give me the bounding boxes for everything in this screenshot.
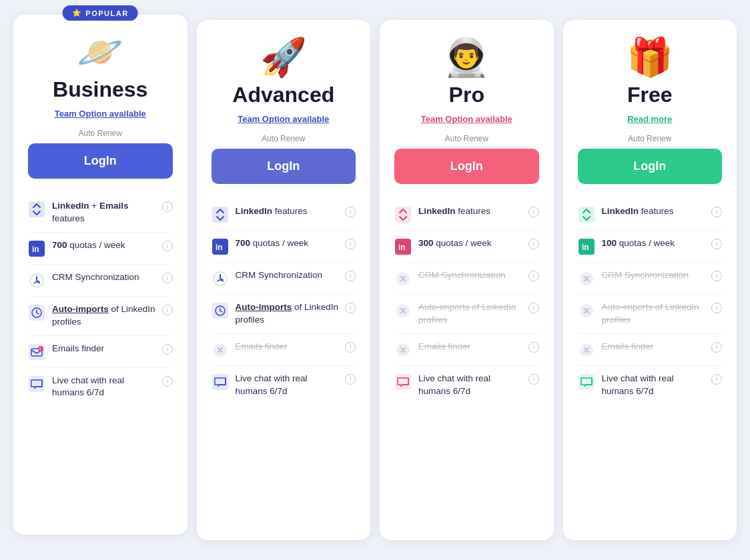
- team-option-link-business[interactable]: Team Option available: [55, 109, 146, 119]
- info-icon[interactable]: i: [528, 207, 539, 217]
- info-icon[interactable]: i: [345, 374, 356, 385]
- plan-card-advanced: 🚀Advanced Team Option available Auto Ren…: [197, 20, 371, 540]
- features-list-business: LinkedIn + Emails features i in 700 quot…: [28, 193, 173, 406]
- feature-item: LinkedIn features i: [212, 199, 356, 231]
- feature-item: Emails finder i: [578, 334, 723, 366]
- info-icon[interactable]: i: [528, 342, 539, 353]
- star-icon: ⭐: [72, 9, 83, 17]
- feature-item: CRM Synchronization i: [394, 263, 539, 295]
- login-button-advanced[interactable]: LogIn: [212, 149, 356, 184]
- info-icon[interactable]: i: [711, 239, 722, 249]
- feature-left: ! Emails finder: [28, 343, 158, 361]
- auto-renew-label-free: Auto Renew: [578, 134, 723, 143]
- info-icon[interactable]: i: [162, 344, 173, 355]
- feature-item: Live chat with real humans 6/7d i: [578, 366, 723, 405]
- feature-left: in 100 quotas / week: [578, 237, 708, 255]
- info-icon[interactable]: i: [345, 303, 356, 313]
- info-icon[interactable]: i: [711, 207, 722, 217]
- feature-left: Live chat with real humans 6/7d: [394, 373, 524, 398]
- info-icon[interactable]: i: [711, 342, 722, 353]
- feature-icon-x: [578, 341, 595, 359]
- feature-item: CRM Synchronization i: [28, 265, 173, 297]
- info-icon[interactable]: i: [528, 374, 539, 385]
- feature-item: LinkedIn features i: [394, 199, 539, 231]
- feature-item: in 700 quotas / week i: [212, 231, 356, 263]
- feature-left: Emails finder: [578, 341, 708, 359]
- feature-icon-chat: [394, 373, 412, 391]
- feature-left: Live chat with real humans 6/7d: [578, 373, 708, 398]
- feature-left: LinkedIn features: [394, 205, 524, 223]
- feature-icon-chat: [28, 375, 45, 393]
- info-icon[interactable]: i: [711, 271, 722, 281]
- feature-icon-crm: [28, 272, 45, 289]
- features-list-pro: LinkedIn features i in 300 quotas / week…: [394, 199, 539, 405]
- feature-item: LinkedIn + Emails features i: [28, 193, 173, 233]
- login-button-free[interactable]: LogIn: [578, 149, 723, 184]
- info-icon[interactable]: i: [345, 207, 356, 217]
- info-icon[interactable]: i: [345, 271, 356, 281]
- feature-icon-x: [578, 270, 595, 287]
- feature-left: Auto-imports of LinkedIn profiles: [394, 301, 524, 327]
- feature-left: in 300 quotas / week: [394, 237, 524, 255]
- plan-card-business: ⭐ POPULAR 🪐Business Team Option availabl…: [13, 15, 188, 535]
- info-icon[interactable]: i: [528, 271, 539, 281]
- team-option-free[interactable]: Read more: [578, 113, 723, 125]
- feature-icon-arrows: [394, 206, 412, 223]
- plan-icon-advanced: 🚀: [212, 39, 356, 76]
- feature-item: LinkedIn features i: [578, 199, 723, 231]
- info-icon[interactable]: i: [528, 239, 539, 249]
- info-icon[interactable]: i: [345, 239, 356, 249]
- team-option-pro[interactable]: Team Option available: [394, 113, 539, 125]
- feature-icon-x: [578, 302, 595, 319]
- feature-left: LinkedIn features: [578, 205, 708, 223]
- plan-title-pro: Pro: [394, 83, 539, 107]
- feature-item: Emails finder i: [394, 334, 539, 366]
- login-button-pro[interactable]: LogIn: [394, 149, 539, 184]
- feature-item: Auto-imports of LinkedIn profiles i: [28, 297, 173, 336]
- svg-text:!: !: [39, 347, 41, 351]
- feature-icon-linkedin: in: [28, 240, 45, 257]
- team-option-link-pro[interactable]: Team Option available: [421, 114, 512, 124]
- team-option-link-advanced[interactable]: Team Option available: [238, 114, 329, 124]
- team-option-business[interactable]: Team Option available: [28, 107, 173, 119]
- plan-title-advanced: Advanced: [212, 83, 356, 107]
- info-icon[interactable]: i: [162, 241, 173, 251]
- login-button-business[interactable]: LogIn: [28, 143, 173, 179]
- info-icon[interactable]: i: [711, 303, 722, 313]
- feature-item: CRM Synchronization i: [578, 263, 723, 295]
- popular-badge: ⭐ POPULAR: [63, 5, 138, 21]
- feature-left: Auto-imports of LinkedIn profiles: [28, 303, 158, 329]
- info-icon[interactable]: i: [162, 273, 173, 283]
- feature-item: Emails finder i: [212, 334, 356, 366]
- auto-renew-label-pro: Auto Renew: [394, 134, 539, 143]
- plan-icon-free: 🎁: [578, 39, 723, 76]
- feature-item: ! Emails finder i: [28, 336, 173, 368]
- feature-icon-arrows: [578, 206, 595, 223]
- feature-left: Live chat with real humans 6/7d: [212, 373, 342, 398]
- team-option-link-free[interactable]: Read more: [627, 114, 672, 124]
- feature-icon-email: !: [28, 343, 45, 361]
- auto-renew-label-advanced: Auto Renew: [212, 134, 356, 143]
- feature-icon-x: [394, 341, 412, 359]
- info-icon[interactable]: i: [162, 201, 173, 212]
- info-icon[interactable]: i: [528, 303, 539, 313]
- feature-icon-autoimport: [28, 304, 45, 321]
- info-icon[interactable]: i: [711, 374, 722, 385]
- team-option-advanced[interactable]: Team Option available: [212, 113, 356, 125]
- feature-left: CRM Synchronization: [28, 271, 158, 289]
- features-list-advanced: LinkedIn features i in 700 quotas / week…: [212, 199, 356, 405]
- feature-left: LinkedIn features: [212, 205, 342, 223]
- plan-title-free: Free: [578, 83, 723, 107]
- svg-text:in: in: [32, 245, 39, 254]
- feature-icon-x: [212, 341, 229, 359]
- plans-container: ⭐ POPULAR 🪐Business Team Option availabl…: [13, 20, 737, 540]
- plan-title-business: Business: [28, 77, 173, 102]
- svg-text:in: in: [582, 243, 589, 252]
- info-icon[interactable]: i: [162, 305, 173, 315]
- plan-icon-business: 🪐: [28, 33, 173, 71]
- info-icon[interactable]: i: [345, 342, 356, 353]
- info-icon[interactable]: i: [162, 376, 173, 387]
- feature-icon-x: [394, 302, 412, 319]
- feature-left: in 700 quotas / week: [28, 239, 158, 257]
- feature-left: CRM Synchronization: [212, 269, 342, 287]
